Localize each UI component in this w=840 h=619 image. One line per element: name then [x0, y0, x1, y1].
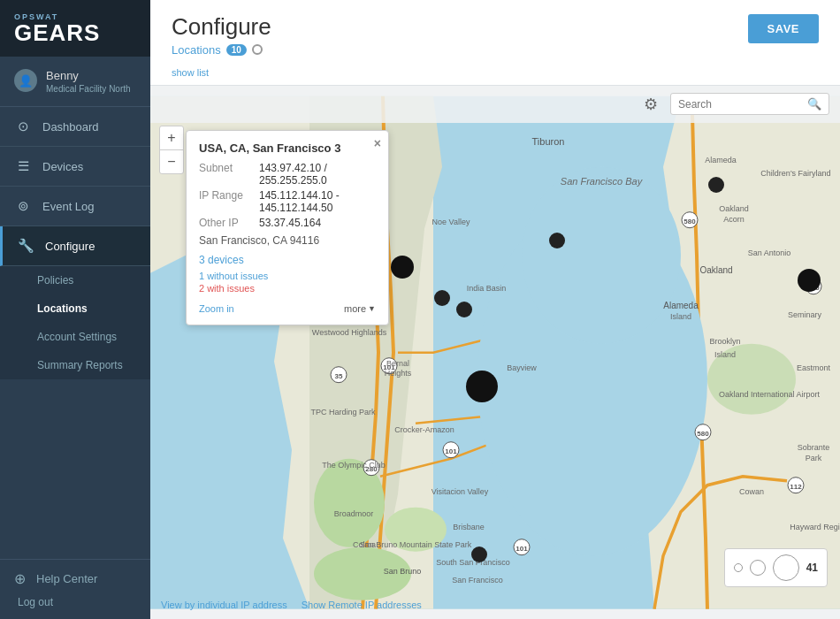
- popup-zoom-in[interactable]: Zoom in: [199, 303, 234, 314]
- svg-text:Bayview: Bayview: [507, 363, 537, 371]
- svg-text:35: 35: [335, 371, 343, 379]
- map-pin[interactable]: [391, 256, 414, 279]
- zoom-out-button[interactable]: −: [160, 150, 183, 173]
- show-list-link[interactable]: show list: [172, 67, 271, 85]
- save-button[interactable]: SAVE: [748, 14, 819, 43]
- page-header: Configure Locations 10 show list SAVE: [150, 0, 840, 86]
- svg-text:Cowan: Cowan: [739, 486, 764, 495]
- svg-text:Alameda: Alameda: [705, 155, 737, 164]
- header-left: Configure Locations 10 show list: [172, 14, 271, 85]
- sidebar-item-eventlog[interactable]: ⊚ Event Log: [0, 187, 150, 226]
- user-name: Benny: [46, 69, 131, 82]
- sidebar-item-label: Event Log: [42, 200, 95, 213]
- popup-with-issues[interactable]: 2 with issues: [199, 283, 255, 294]
- chevron-down-icon: ▼: [368, 304, 376, 313]
- svg-text:San Francisco Bay: San Francisco Bay: [561, 175, 644, 186]
- sidebar-item-configure[interactable]: 🔧 Configure: [0, 226, 150, 266]
- popup-more-link[interactable]: more ▼: [344, 303, 376, 314]
- subnav-account-settings[interactable]: Account Settings: [0, 323, 150, 351]
- logout-button[interactable]: Log out: [14, 596, 136, 608]
- svg-text:San Bruno: San Bruno: [384, 566, 422, 575]
- svg-text:Seminary: Seminary: [788, 310, 822, 318]
- subnav-summary-reports[interactable]: Summary Reports: [0, 351, 150, 379]
- legend-number: 41: [806, 562, 818, 574]
- popup-otherip-val: 53.37.45.164: [259, 217, 321, 229]
- svg-text:Visitacion Valley: Visitacion Valley: [431, 486, 489, 495]
- legend-circle-md: [750, 560, 766, 576]
- avatar-icon: 👤: [19, 74, 33, 88]
- map-legend: 41: [724, 548, 828, 587]
- svg-point-7: [522, 166, 681, 343]
- help-icon: ⊕: [14, 570, 26, 587]
- breadcrumb: Locations 10: [172, 40, 271, 65]
- popup-without-issues[interactable]: 1 without issues: [199, 271, 268, 281]
- gear-button[interactable]: ⚙: [638, 93, 663, 116]
- sidebar: OPSWAT GEARS 👤 Benny Medical Facility No…: [0, 0, 150, 619]
- gear-icon: ⚙: [644, 96, 658, 113]
- sidebar-item-dashboard[interactable]: ⊙ Dashboard: [0, 107, 150, 147]
- popup-subnet-val: 143.97.42.10 / 255.255.255.0: [259, 162, 376, 187]
- sidebar-bottom: ⊕ Help Center Log out: [0, 559, 150, 619]
- map-pin[interactable]: [708, 177, 724, 193]
- popup-iprange-label: IP Range: [199, 189, 252, 214]
- svg-text:580: 580: [697, 429, 709, 437]
- svg-text:Brooklyn: Brooklyn: [709, 336, 740, 345]
- individual-ip-link[interactable]: View by individual IP address: [161, 600, 287, 610]
- map-pin[interactable]: [434, 290, 450, 306]
- map-pin[interactable]: [798, 269, 821, 292]
- subnav-policies[interactable]: Policies: [0, 266, 150, 294]
- map-pin[interactable]: [466, 371, 498, 402]
- svg-text:Oakland: Oakland: [719, 203, 749, 212]
- sidebar-user: 👤 Benny Medical Facility North: [0, 57, 150, 107]
- svg-text:Noe Valley: Noe Valley: [432, 217, 470, 225]
- dashboard-icon: ⊙: [14, 118, 32, 134]
- map-container: ⚙ 🔍: [150, 86, 840, 619]
- search-box: 🔍: [670, 93, 829, 115]
- zoom-controls: + −: [159, 126, 184, 174]
- user-info: Benny Medical Facility North: [46, 69, 131, 94]
- header-right: SAVE: [748, 14, 819, 52]
- status-dot: [252, 44, 263, 55]
- svg-text:Tiburon: Tiburon: [532, 135, 565, 146]
- popup-close-button[interactable]: ×: [374, 136, 381, 150]
- configure-icon: 🔧: [17, 238, 34, 254]
- svg-text:Sobrante: Sobrante: [798, 442, 830, 451]
- breadcrumb-locations[interactable]: Locations: [172, 43, 221, 57]
- svg-text:Island: Island: [714, 349, 736, 358]
- help-label: Help Center: [36, 572, 97, 585]
- svg-text:San Antonio: San Antonio: [748, 248, 791, 256]
- svg-text:Eastmont: Eastmont: [797, 363, 831, 371]
- help-center-link[interactable]: ⊕ Help Center: [14, 570, 136, 587]
- avatar: 👤: [14, 69, 37, 92]
- svg-text:TPC Harding Park: TPC Harding Park: [310, 407, 376, 416]
- user-role: Medical Facility North: [46, 84, 131, 94]
- svg-text:Children's Fairyland: Children's Fairyland: [760, 168, 830, 177]
- map-pin[interactable]: [456, 302, 472, 317]
- popup-devices-label: 3 devices: [199, 254, 376, 266]
- logo-area: OPSWAT GEARS: [0, 0, 150, 57]
- svg-text:Heights: Heights: [385, 368, 412, 377]
- search-input[interactable]: [678, 98, 802, 111]
- svg-text:Bernal: Bernal: [386, 358, 409, 367]
- main-content: Configure Locations 10 show list SAVE ⚙ …: [150, 0, 840, 619]
- svg-text:Hayward Regional: Hayward Regional: [790, 522, 840, 531]
- svg-text:Island: Island: [670, 311, 691, 320]
- subnav-locations[interactable]: Locations: [0, 294, 150, 323]
- sidebar-item-label: Devices: [42, 160, 83, 173]
- remote-ip-link[interactable]: Show Remote IP addresses: [302, 600, 422, 610]
- map-pin[interactable]: [549, 233, 565, 248]
- svg-text:Westwood Highlands: Westwood Highlands: [312, 327, 387, 336]
- svg-text:San Bruno Mountain State Park: San Bruno Mountain State Park: [360, 539, 472, 548]
- sub-nav: Policies Locations Account Settings Summ…: [0, 266, 150, 379]
- zoom-in-button[interactable]: +: [160, 126, 183, 149]
- svg-text:101: 101: [445, 447, 457, 455]
- popup-actions: Zoom in more ▼: [199, 303, 376, 314]
- svg-text:San Francisco: San Francisco: [452, 575, 503, 584]
- popup-otherip-label: Other IP: [199, 217, 252, 229]
- map-pin[interactable]: [471, 546, 487, 562]
- page-title: Configure: [172, 14, 271, 40]
- svg-text:Brisbane: Brisbane: [453, 522, 485, 531]
- sidebar-item-devices[interactable]: ☰ Devices: [0, 147, 150, 187]
- svg-text:580: 580: [683, 217, 696, 225]
- svg-text:Crocker-Amazon: Crocker-Amazon: [394, 424, 454, 433]
